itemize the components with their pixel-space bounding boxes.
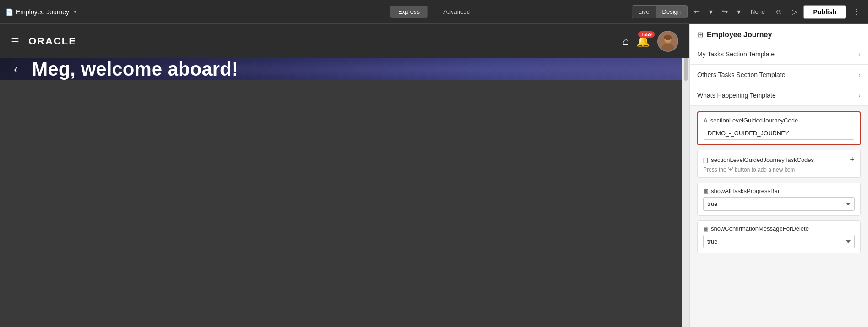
section-item-others-tasks[interactable]: Others Tasks Section Template › bbox=[690, 65, 868, 85]
task-codes-label: sectionLevelGuidedJourneyTaskCodes bbox=[711, 156, 814, 163]
document-icon: 📄 bbox=[5, 8, 13, 16]
bell-container: 🔔 1659 bbox=[636, 35, 650, 48]
task-codes-label-row: [ ] sectionLevelGuidedJourneyTaskCodes bbox=[703, 156, 814, 163]
section-item-whats-happening[interactable]: Whats Happening Template › bbox=[690, 85, 868, 106]
svg-point-4 bbox=[664, 35, 672, 40]
type-icon-bool-2: ▣ bbox=[703, 226, 708, 232]
right-panel-header: ⊞ Employee Journey bbox=[690, 24, 868, 44]
play-button[interactable]: ▷ bbox=[789, 6, 800, 18]
guided-journey-code-group: A sectionLevelGuidedJourneyCode bbox=[697, 111, 861, 145]
canvas-area: ☰ ORACLE ⌂ 🔔 1659 bbox=[0, 24, 689, 327]
tab-advanced[interactable]: Advanced bbox=[435, 6, 478, 18]
show-progress-label: showAllTasksProgressBar bbox=[711, 188, 780, 194]
section-label-whats-happening: Whats Happening Template bbox=[697, 92, 776, 99]
chevron-right-icon-3: › bbox=[858, 92, 861, 99]
mode-live-button[interactable]: Live bbox=[632, 6, 656, 18]
home-icon[interactable]: ⌂ bbox=[622, 35, 629, 48]
grid-icon: ⊞ bbox=[697, 30, 703, 39]
redo-dropdown-button[interactable]: ▾ bbox=[734, 6, 743, 18]
section-label-my-tasks: My Tasks Section Template bbox=[697, 50, 775, 58]
main-layout: ☰ ORACLE ⌂ 🔔 1659 bbox=[0, 24, 868, 327]
show-progress-select[interactable]: true false bbox=[703, 197, 855, 211]
oracle-logo: ORACLE bbox=[28, 35, 76, 47]
publish-button[interactable]: Publish bbox=[803, 5, 846, 19]
properties-section: A sectionLevelGuidedJourneyCode [ ] sect… bbox=[690, 106, 868, 263]
show-progress-label-row: ▣ showAllTasksProgressBar bbox=[703, 188, 855, 194]
guided-journey-code-input[interactable] bbox=[704, 127, 854, 140]
section-label-others-tasks: Others Tasks Section Template bbox=[697, 71, 785, 78]
tab-express[interactable]: Express bbox=[390, 6, 428, 18]
toolbar-right: Live Design ↩ ▾ ↪ ▾ None ☺ ▷ Publish ⋮ bbox=[632, 5, 863, 19]
app-title: Employee Journey bbox=[16, 8, 69, 16]
show-confirm-label: showConfirmationMessageForDelete bbox=[711, 225, 809, 232]
section-item-my-tasks[interactable]: My Tasks Section Template › bbox=[690, 44, 868, 65]
avatar[interactable] bbox=[657, 31, 678, 52]
task-codes-add-button[interactable]: + bbox=[850, 155, 855, 165]
oracle-header-left: ☰ ORACLE bbox=[11, 35, 76, 47]
figures-illustration bbox=[460, 58, 689, 80]
app-dropdown-arrow[interactable]: ▼ bbox=[73, 9, 77, 14]
toolbar-left: 📄 Employee Journey ▼ bbox=[5, 8, 77, 16]
chevron-right-icon-2: › bbox=[858, 71, 861, 78]
mode-group: Live Design bbox=[632, 5, 688, 18]
redo-button[interactable]: ↪ bbox=[719, 6, 731, 18]
guided-journey-code-label-row: A sectionLevelGuidedJourneyCode bbox=[704, 117, 854, 124]
show-confirm-select[interactable]: true false bbox=[703, 235, 855, 248]
oracle-header-right: ⌂ 🔔 1659 bbox=[622, 31, 679, 52]
oracle-header: ☰ ORACLE ⌂ 🔔 1659 bbox=[0, 24, 689, 58]
mode-design-button[interactable]: Design bbox=[656, 6, 687, 18]
hamburger-icon[interactable]: ☰ bbox=[11, 36, 19, 47]
canvas-scrollbar[interactable] bbox=[682, 48, 689, 327]
chevron-right-icon-1: › bbox=[858, 50, 861, 58]
show-confirm-group: ▣ showConfirmationMessageForDelete true … bbox=[697, 220, 861, 253]
type-icon-array: [ ] bbox=[703, 157, 708, 163]
show-progress-group: ▣ showAllTasksProgressBar true false bbox=[697, 183, 861, 216]
right-panel: ⊞ Employee Journey My Tasks Section Temp… bbox=[689, 24, 868, 327]
guided-journey-code-label: sectionLevelGuidedJourneyCode bbox=[710, 117, 798, 124]
task-codes-header-row: [ ] sectionLevelGuidedJourneyTaskCodes + bbox=[703, 155, 855, 165]
type-icon-bool-1: ▣ bbox=[703, 188, 708, 194]
emoji-button[interactable]: ☺ bbox=[772, 6, 785, 18]
hero-section: ‹ Meg, welcome aboard! bbox=[0, 58, 689, 80]
right-panel-title: Employee Journey bbox=[707, 31, 772, 39]
undo-dropdown-button[interactable]: ▾ bbox=[706, 6, 715, 18]
show-confirm-label-row: ▣ showConfirmationMessageForDelete bbox=[703, 225, 855, 232]
task-codes-hint: Press the '+' button to add a new item bbox=[703, 166, 855, 173]
toolbar-center: Express Advanced bbox=[390, 6, 478, 18]
task-codes-group: [ ] sectionLevelGuidedJourneyTaskCodes +… bbox=[697, 150, 861, 178]
undo-button[interactable]: ↩ bbox=[691, 6, 703, 18]
type-icon-text: A bbox=[704, 117, 708, 124]
toolbar: 📄 Employee Journey ▼ Express Advanced Li… bbox=[0, 0, 868, 24]
more-options-button[interactable]: ⋮ bbox=[850, 6, 863, 18]
notification-badge: 1659 bbox=[638, 31, 655, 38]
hero-welcome-text: Meg, welcome aboard! bbox=[32, 58, 238, 80]
none-label: None bbox=[747, 8, 769, 15]
hero-prev-arrow[interactable]: ‹ bbox=[14, 62, 18, 77]
avatar-image bbox=[658, 32, 677, 51]
